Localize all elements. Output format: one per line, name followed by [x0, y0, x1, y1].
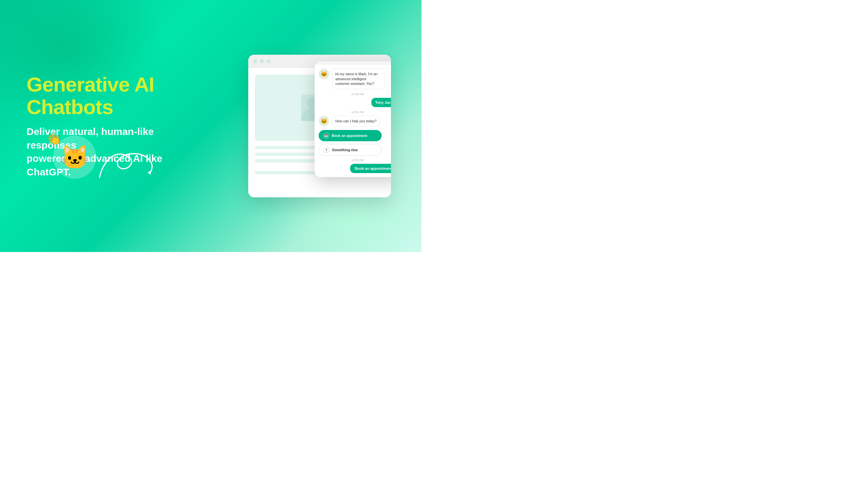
user-message-row: Tony Jack: [319, 98, 391, 107]
chat-widget: ✕ ▲ ▼ 🐱 Hi my name is Mark, I'm an advan…: [315, 61, 391, 177]
chat-header-bar: [315, 61, 391, 65]
bot-avatar-2: 🐱: [319, 116, 329, 126]
question-icon: ?: [324, 147, 330, 153]
browser-window: ✕ ▲ ▼ 🐱 Hi my name is Mark, I'm an advan…: [248, 55, 391, 197]
something-else-option[interactable]: ? Something else: [319, 144, 382, 156]
text-line-short: [255, 171, 320, 175]
hero-background: Generative AI Chatbots Deliver natural, …: [0, 0, 422, 252]
book-appointment-option[interactable]: 📅 Book an appointment: [319, 130, 382, 141]
time-label-3: 12:03 AM: [319, 159, 391, 162]
main-headline: Generative AI Chatbots: [27, 73, 211, 119]
calendar-icon: 📅: [323, 133, 329, 139]
time-label-2: 12:01 AM: [319, 110, 391, 114]
browser-dot-2: [260, 59, 264, 63]
bot-question-bubble: How can I help you today?: [332, 116, 380, 127]
final-message-row: Book an appointment: [319, 164, 391, 173]
bot-greeting-bubble: Hi my name is Mark, I'm an advanced inte…: [332, 69, 385, 89]
decorative-arrow: [96, 141, 162, 185]
bot-greeting-row: 🐱 Hi my name is Mark, I'm an advanced in…: [319, 69, 391, 89]
time-label-1: 12:00 AM: [319, 92, 391, 96]
chat-body: 🐱 Hi my name is Mark, I'm an advanced in…: [315, 65, 391, 177]
user-name-bubble: Tony Jack: [372, 98, 391, 107]
bot-question-row: 🐱 How can I help you today?: [319, 116, 391, 127]
left-section: Generative AI Chatbots Deliver natural, …: [0, 53, 227, 199]
final-user-bubble: Book an appointment: [350, 164, 391, 173]
cat-emoji: 🐱: [61, 146, 89, 169]
right-section: ✕ ▲ ▼ 🐱 Hi my name is Mark, I'm an advan…: [227, 55, 422, 197]
cat-section: 👋 🐱: [53, 136, 96, 179]
browser-dot-3: [266, 59, 271, 63]
bot-avatar: 🐱: [319, 69, 329, 79]
browser-dot-1: [253, 59, 257, 63]
cat-avatar-wrapper: 👋 🐱: [53, 136, 96, 179]
